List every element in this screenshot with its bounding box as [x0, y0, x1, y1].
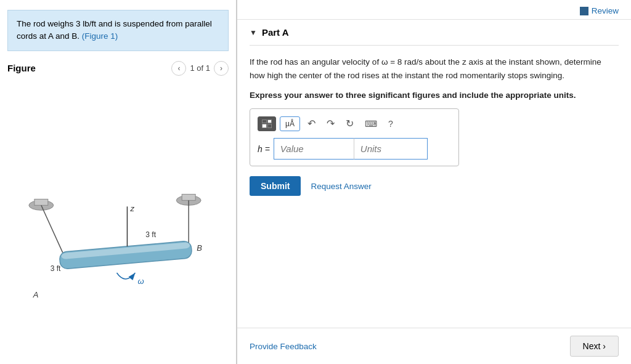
svg-text:B: B [197, 243, 202, 253]
right-panel: Review ▼ Part A If the rod has an angula… [237, 0, 631, 364]
content-area: ▼ Part A If the rod has an angular veloc… [237, 20, 631, 328]
grid-icon [262, 119, 272, 128]
value-input[interactable] [274, 138, 354, 160]
request-answer-link[interactable]: Request Answer [311, 182, 371, 191]
feedback-link[interactable]: Provide Feedback [250, 342, 317, 351]
redo-button[interactable]: ↷ [323, 115, 338, 132]
h-label: h = [258, 144, 270, 154]
collapse-arrow[interactable]: ▼ [250, 28, 257, 37]
question-text: If the rod has an angular velocity of ω … [250, 55, 619, 82]
figure-title: Figure [7, 63, 36, 73]
next-label: Next [583, 341, 601, 351]
express-text: Express your answer to three significant… [250, 91, 619, 100]
toolbar-row: μÅ ↶ ↷ ↻ ⌨ ? [258, 115, 451, 132]
matrix-button[interactable] [258, 116, 276, 131]
review-bar: Review [237, 0, 631, 20]
units-input[interactable] [354, 138, 428, 160]
keyboard-button[interactable]: ⌨ [361, 116, 381, 131]
part-title: Part A [262, 27, 289, 38]
answer-box: μÅ ↶ ↷ ↻ ⌨ ? h = [250, 108, 459, 166]
svg-rect-2 [35, 199, 48, 205]
svg-rect-4 [182, 194, 195, 200]
figure-nav: ‹ 1 of 1 › [171, 61, 229, 76]
part-header: ▼ Part A [250, 20, 619, 46]
diagram-svg: z 3 ft 3 ft B A ω [7, 81, 229, 357]
help-button[interactable]: ? [385, 116, 397, 131]
next-chevron-icon: › [603, 341, 606, 351]
figure-diagram: z 3 ft 3 ft B A ω [7, 81, 229, 357]
bottom-bar: Provide Feedback Next › [237, 328, 631, 364]
next-figure-button[interactable]: › [214, 61, 229, 76]
figure-header: Figure ‹ 1 of 1 › [7, 61, 229, 76]
left-panel: The rod weighs 3 lb/ft and is suspended … [0, 0, 237, 364]
reset-button[interactable]: ↻ [342, 115, 357, 132]
figure-link[interactable]: (Figure 1) [82, 31, 118, 41]
next-button[interactable]: Next › [570, 336, 619, 357]
review-label: Review [592, 6, 619, 15]
review-link[interactable]: Review [580, 6, 619, 15]
problem-statement: The rod weighs 3 lb/ft and is suspended … [7, 10, 229, 51]
action-row: Submit Request Answer [250, 176, 619, 196]
review-icon [580, 7, 588, 15]
figure-count: 1 of 1 [190, 63, 210, 73]
prev-figure-button[interactable]: ‹ [171, 61, 186, 76]
figure-section: Figure ‹ 1 of 1 › [7, 61, 229, 357]
submit-button[interactable]: Submit [250, 176, 301, 196]
svg-text:3 ft: 3 ft [51, 264, 61, 273]
undo-button[interactable]: ↶ [304, 115, 319, 132]
svg-text:z: z [129, 204, 134, 213]
svg-text:ω: ω [137, 276, 144, 285]
symbol-button[interactable]: μÅ [280, 116, 300, 131]
svg-text:A: A [33, 289, 39, 299]
input-row: h = [258, 138, 451, 160]
svg-rect-0 [7, 132, 229, 304]
svg-text:3 ft: 3 ft [145, 230, 156, 239]
